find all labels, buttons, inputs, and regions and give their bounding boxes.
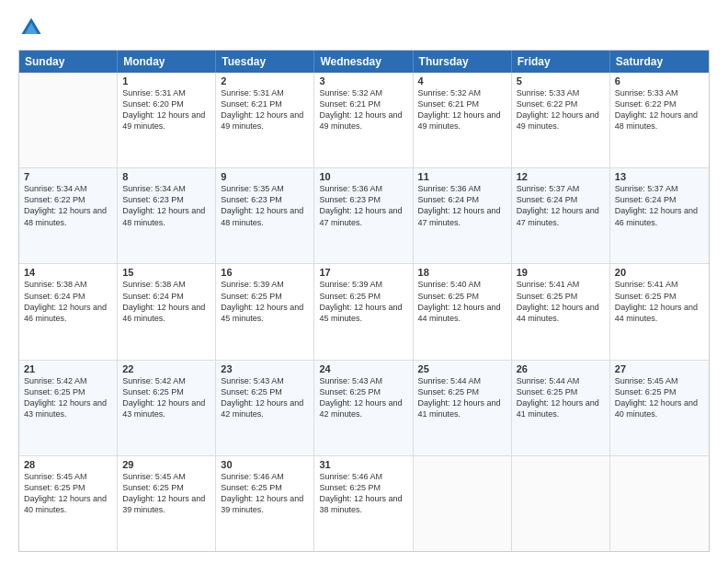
cal-cell-3-5: 26Sunrise: 5:44 AM Sunset: 6:25 PM Dayli… (512, 361, 610, 455)
cal-cell-0-6: 6Sunrise: 5:33 AM Sunset: 6:22 PM Daylig… (610, 73, 709, 167)
cell-day-number: 16 (221, 267, 309, 278)
cell-day-number: 6 (615, 75, 704, 86)
cell-day-number: 12 (517, 171, 605, 182)
cell-info: Sunrise: 5:33 AM Sunset: 6:22 PM Dayligh… (615, 87, 704, 132)
cal-cell-1-1: 8Sunrise: 5:34 AM Sunset: 6:23 PM Daylig… (118, 168, 216, 263)
cell-info: Sunrise: 5:45 AM Sunset: 6:25 PM Dayligh… (24, 471, 112, 516)
cell-day-number: 23 (221, 363, 309, 374)
header-day-thursday: Thursday (414, 51, 512, 73)
cell-info: Sunrise: 5:43 AM Sunset: 6:25 PM Dayligh… (221, 375, 309, 420)
cal-cell-1-0: 7Sunrise: 5:34 AM Sunset: 6:22 PM Daylig… (19, 168, 118, 263)
header-day-saturday: Saturday (610, 51, 709, 73)
cal-cell-4-2: 30Sunrise: 5:46 AM Sunset: 6:25 PM Dayli… (216, 456, 314, 551)
cell-day-number: 9 (221, 171, 309, 182)
header (18, 15, 710, 40)
cell-day-number: 10 (319, 171, 407, 182)
cal-cell-3-1: 22Sunrise: 5:42 AM Sunset: 6:25 PM Dayli… (118, 361, 216, 455)
cal-cell-2-2: 16Sunrise: 5:39 AM Sunset: 6:25 PM Dayli… (216, 264, 314, 359)
cell-day-number: 20 (615, 267, 704, 278)
cal-cell-3-3: 24Sunrise: 5:43 AM Sunset: 6:25 PM Dayli… (314, 361, 413, 455)
cell-info: Sunrise: 5:43 AM Sunset: 6:25 PM Dayligh… (319, 375, 407, 420)
cell-day-number: 1 (122, 75, 210, 86)
cal-cell-3-0: 21Sunrise: 5:42 AM Sunset: 6:25 PM Dayli… (19, 361, 118, 455)
cell-day-number: 18 (418, 267, 506, 278)
cell-day-number: 17 (319, 267, 407, 278)
cell-info: Sunrise: 5:41 AM Sunset: 6:25 PM Dayligh… (615, 279, 704, 324)
cal-cell-0-0 (19, 73, 118, 167)
cell-day-number: 15 (122, 267, 210, 278)
cal-cell-2-5: 19Sunrise: 5:41 AM Sunset: 6:25 PM Dayli… (512, 264, 610, 359)
cal-cell-0-1: 1Sunrise: 5:31 AM Sunset: 6:20 PM Daylig… (118, 73, 216, 167)
cal-cell-0-3: 3Sunrise: 5:32 AM Sunset: 6:21 PM Daylig… (314, 73, 413, 167)
cal-cell-4-3: 31Sunrise: 5:46 AM Sunset: 6:25 PM Dayli… (314, 456, 413, 551)
cell-day-number: 19 (517, 267, 605, 278)
cell-info: Sunrise: 5:42 AM Sunset: 6:25 PM Dayligh… (24, 375, 112, 420)
cal-cell-2-4: 18Sunrise: 5:40 AM Sunset: 6:25 PM Dayli… (414, 264, 512, 359)
cal-cell-2-1: 15Sunrise: 5:38 AM Sunset: 6:24 PM Dayli… (118, 264, 216, 359)
calendar-row-2: 14Sunrise: 5:38 AM Sunset: 6:24 PM Dayli… (19, 264, 709, 360)
cell-info: Sunrise: 5:32 AM Sunset: 6:21 PM Dayligh… (319, 87, 407, 132)
cell-info: Sunrise: 5:36 AM Sunset: 6:24 PM Dayligh… (418, 183, 506, 228)
cell-day-number: 31 (319, 459, 407, 470)
logo (18, 15, 48, 40)
cell-info: Sunrise: 5:34 AM Sunset: 6:23 PM Dayligh… (122, 183, 210, 228)
cal-cell-4-1: 29Sunrise: 5:45 AM Sunset: 6:25 PM Dayli… (118, 456, 216, 551)
cell-info: Sunrise: 5:37 AM Sunset: 6:24 PM Dayligh… (615, 183, 704, 228)
cal-cell-1-6: 13Sunrise: 5:37 AM Sunset: 6:24 PM Dayli… (610, 168, 709, 263)
calendar-header: SundayMondayTuesdayWednesdayThursdayFrid… (19, 51, 709, 73)
cell-info: Sunrise: 5:33 AM Sunset: 6:22 PM Dayligh… (517, 87, 605, 132)
header-day-tuesday: Tuesday (216, 51, 314, 73)
cell-info: Sunrise: 5:35 AM Sunset: 6:23 PM Dayligh… (221, 183, 309, 228)
header-day-friday: Friday (512, 51, 610, 73)
calendar: SundayMondayTuesdayWednesdayThursdayFrid… (18, 50, 710, 552)
cell-info: Sunrise: 5:31 AM Sunset: 6:20 PM Dayligh… (122, 87, 210, 132)
header-day-sunday: Sunday (19, 51, 118, 73)
cell-info: Sunrise: 5:44 AM Sunset: 6:25 PM Dayligh… (517, 375, 605, 420)
cell-day-number: 4 (418, 75, 506, 86)
cal-cell-0-5: 5Sunrise: 5:33 AM Sunset: 6:22 PM Daylig… (512, 73, 610, 167)
cell-day-number: 21 (24, 363, 112, 374)
cell-info: Sunrise: 5:45 AM Sunset: 6:25 PM Dayligh… (615, 375, 704, 420)
calendar-row-4: 28Sunrise: 5:45 AM Sunset: 6:25 PM Dayli… (19, 456, 709, 551)
cal-cell-3-6: 27Sunrise: 5:45 AM Sunset: 6:25 PM Dayli… (610, 361, 709, 455)
cell-day-number: 7 (24, 171, 112, 182)
cell-day-number: 3 (319, 75, 407, 86)
cell-day-number: 5 (517, 75, 605, 86)
cell-info: Sunrise: 5:39 AM Sunset: 6:25 PM Dayligh… (319, 279, 407, 324)
cell-info: Sunrise: 5:39 AM Sunset: 6:25 PM Dayligh… (221, 279, 309, 324)
cell-info: Sunrise: 5:36 AM Sunset: 6:23 PM Dayligh… (319, 183, 407, 228)
cal-cell-3-4: 25Sunrise: 5:44 AM Sunset: 6:25 PM Dayli… (414, 361, 512, 455)
cell-info: Sunrise: 5:45 AM Sunset: 6:25 PM Dayligh… (122, 471, 210, 516)
cal-cell-1-3: 10Sunrise: 5:36 AM Sunset: 6:23 PM Dayli… (314, 168, 413, 263)
cal-cell-0-4: 4Sunrise: 5:32 AM Sunset: 6:21 PM Daylig… (414, 73, 512, 167)
cell-info: Sunrise: 5:46 AM Sunset: 6:25 PM Dayligh… (221, 471, 309, 516)
cal-cell-2-6: 20Sunrise: 5:41 AM Sunset: 6:25 PM Dayli… (610, 264, 709, 359)
calendar-row-0: 1Sunrise: 5:31 AM Sunset: 6:20 PM Daylig… (19, 73, 709, 168)
cell-info: Sunrise: 5:38 AM Sunset: 6:24 PM Dayligh… (24, 279, 112, 324)
cell-day-number: 14 (24, 267, 112, 278)
logo-icon (18, 15, 44, 40)
cal-cell-0-2: 2Sunrise: 5:31 AM Sunset: 6:21 PM Daylig… (216, 73, 314, 167)
cell-day-number: 13 (615, 171, 704, 182)
cell-info: Sunrise: 5:40 AM Sunset: 6:25 PM Dayligh… (418, 279, 506, 324)
cal-cell-4-4 (414, 456, 512, 551)
header-day-monday: Monday (118, 51, 216, 73)
cell-day-number: 25 (418, 363, 506, 374)
cal-cell-4-0: 28Sunrise: 5:45 AM Sunset: 6:25 PM Dayli… (19, 456, 118, 551)
cal-cell-1-2: 9Sunrise: 5:35 AM Sunset: 6:23 PM Daylig… (216, 168, 314, 263)
cell-info: Sunrise: 5:41 AM Sunset: 6:25 PM Dayligh… (517, 279, 605, 324)
cell-info: Sunrise: 5:38 AM Sunset: 6:24 PM Dayligh… (122, 279, 210, 324)
calendar-body: 1Sunrise: 5:31 AM Sunset: 6:20 PM Daylig… (19, 73, 709, 551)
cell-info: Sunrise: 5:37 AM Sunset: 6:24 PM Dayligh… (517, 183, 605, 228)
cal-cell-1-4: 11Sunrise: 5:36 AM Sunset: 6:24 PM Dayli… (414, 168, 512, 263)
cell-day-number: 11 (418, 171, 506, 182)
cell-day-number: 24 (319, 363, 407, 374)
cell-day-number: 26 (517, 363, 605, 374)
cal-cell-1-5: 12Sunrise: 5:37 AM Sunset: 6:24 PM Dayli… (512, 168, 610, 263)
cell-day-number: 2 (221, 75, 309, 86)
cell-day-number: 27 (615, 363, 704, 374)
cell-day-number: 8 (122, 171, 210, 182)
cell-info: Sunrise: 5:42 AM Sunset: 6:25 PM Dayligh… (122, 375, 210, 420)
cell-day-number: 28 (24, 459, 112, 470)
page: SundayMondayTuesdayWednesdayThursdayFrid… (0, 0, 728, 563)
